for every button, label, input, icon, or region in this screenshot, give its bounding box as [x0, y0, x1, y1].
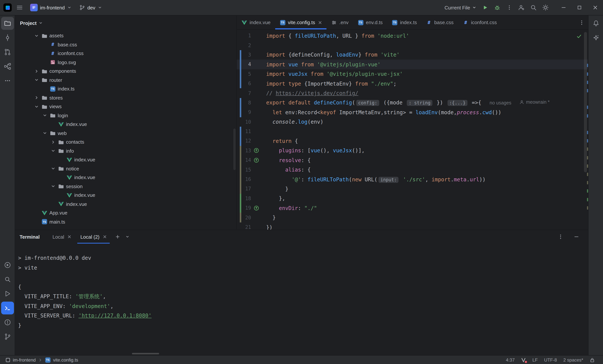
code-line[interactable]: 1import { fileURLToPath, URL } from 'nod…	[237, 31, 588, 41]
tool-stripe-notifications-button[interactable]	[590, 17, 602, 30]
editor-tab[interactable]: TSvite.config.ts	[275, 15, 326, 29]
breadcrumb-project[interactable]: im-frontend	[13, 357, 36, 363]
line-number[interactable]: 4	[241, 62, 251, 67]
tool-stripe-project-button[interactable]	[1, 17, 14, 30]
terminal-tab[interactable]: Local	[49, 230, 74, 244]
code-line[interactable]: 7// https://vitejs.dev/config/	[237, 88, 588, 98]
code-line[interactable]: 15 alias: {	[237, 165, 588, 175]
project-panel-header[interactable]: Project	[15, 15, 236, 31]
tree-item[interactable]: index.vue	[15, 200, 236, 209]
tree-item[interactable]: notice	[15, 164, 236, 173]
tool-stripe-more-button[interactable]	[1, 74, 14, 87]
line-number[interactable]: 2	[241, 42, 251, 48]
chevron-down-icon[interactable]	[34, 104, 40, 110]
line-number[interactable]: 21	[241, 224, 251, 230]
code-line[interactable]: 21})	[237, 223, 588, 230]
code-line[interactable]: 20 }	[237, 213, 588, 223]
tree-item[interactable]: TSindex.ts	[15, 84, 236, 93]
tree-item[interactable]: #iconfont.css	[15, 49, 236, 58]
chevron-down-icon[interactable]	[34, 33, 40, 39]
tree-item[interactable]: components	[15, 67, 236, 76]
tool-stripe-structure-button[interactable]	[1, 60, 14, 73]
tree-scrollbar[interactable]	[233, 129, 236, 170]
search-everywhere-button[interactable]	[528, 2, 539, 13]
tree-item[interactable]: session	[15, 182, 236, 191]
terminal-output[interactable]: > im-frontend@0.0.0 dev> vite{ VITE_APP_…	[15, 244, 588, 355]
code-line[interactable]: 3import {defineConfig, loadEnv} from 'vi…	[237, 50, 588, 60]
inspections-status-icon[interactable]	[576, 33, 582, 39]
tab-options-button[interactable]	[579, 15, 584, 29]
gutter-arrow-icon[interactable]	[253, 158, 260, 163]
line-number[interactable]: 11	[241, 129, 251, 134]
chevron-down-icon[interactable]	[50, 148, 56, 154]
tree-item[interactable]: web	[15, 129, 236, 138]
tree-item[interactable]: views	[15, 102, 236, 111]
code-with-me-button[interactable]	[516, 2, 527, 13]
terminal-tab-dropdown-button[interactable]	[123, 232, 132, 242]
code-vision-usages[interactable]: no usages	[489, 100, 511, 106]
line-number[interactable]: 15	[241, 167, 251, 173]
chevron-right-icon[interactable]	[50, 139, 56, 145]
tree-item[interactable]: App.vue	[15, 209, 236, 217]
line-number[interactable]: 16	[241, 176, 251, 182]
code-line[interactable]: 13 plugins: [vue(), vueJsx()],	[237, 146, 588, 155]
tree-item[interactable]: assets	[15, 31, 236, 40]
tree-item[interactable]: contacts	[15, 138, 236, 146]
chevron-down-icon[interactable]	[50, 166, 56, 172]
more-actions-button[interactable]	[504, 2, 515, 13]
line-number[interactable]: 9	[241, 109, 251, 115]
tree-item[interactable]: index.vue	[15, 120, 236, 129]
terminal-tab[interactable]: Local (2)	[78, 230, 110, 244]
debug-button[interactable]	[492, 2, 503, 13]
editor-tab[interactable]: TSenv.d.ts	[353, 15, 387, 29]
chevron-down-icon[interactable]	[42, 130, 48, 136]
settings-button[interactable]	[540, 2, 551, 13]
close-icon[interactable]	[318, 21, 322, 24]
hide-terminal-button[interactable]	[571, 232, 581, 242]
line-number[interactable]: 5	[241, 71, 251, 77]
breadcrumb-file[interactable]: vite.config.ts	[53, 357, 78, 363]
maximize-button[interactable]	[571, 0, 587, 15]
editor-scrollbar[interactable]	[584, 32, 587, 172]
code-line[interactable]: 5import vueJsx from '@vitejs/plugin-vue-…	[237, 69, 588, 79]
tool-stripe-version-control-button[interactable]	[1, 330, 14, 343]
close-icon[interactable]	[68, 235, 71, 239]
line-number[interactable]: 7	[241, 90, 251, 96]
tool-stripe-ai-assistant-button[interactable]	[590, 31, 602, 44]
code-line[interactable]: 9 let env:Record<keyof ImportMetaEnv,str…	[237, 107, 588, 117]
tree-item[interactable]: login	[15, 111, 236, 120]
project-widget[interactable]: IF im-frontend	[27, 2, 74, 13]
code-editor[interactable]: 1import { fileURLToPath, URL } from 'nod…	[237, 30, 588, 230]
tool-stripe-pull-requests-button[interactable]	[1, 46, 14, 59]
tree-item[interactable]: router	[15, 76, 236, 84]
editor-tab[interactable]: index.vue	[237, 15, 275, 29]
readonly-lock-icon[interactable]	[590, 357, 595, 363]
tree-item[interactable]: index.vue	[15, 173, 236, 182]
code-line[interactable]: 2	[237, 41, 588, 50]
tree-item[interactable]: stores	[15, 93, 236, 102]
tree-item[interactable]: TSmain.ts	[15, 217, 236, 226]
code-line[interactable]: 12 return {	[237, 136, 588, 146]
tree-item[interactable]: index.vue	[15, 155, 236, 164]
line-number[interactable]: 14	[241, 157, 251, 163]
code-vision-author[interactable]: meowrain *	[520, 100, 550, 105]
gutter-arrow-icon[interactable]	[253, 148, 260, 153]
minimize-button[interactable]	[556, 0, 571, 15]
vcs-branch-widget[interactable]: dev	[77, 3, 105, 12]
code-line[interactable]: 10 console.log(env)	[237, 117, 588, 127]
encoding-widget[interactable]: UTF-8	[544, 357, 557, 363]
code-line[interactable]: 19 envDir: "./"	[237, 203, 588, 213]
line-number[interactable]: 6	[241, 81, 251, 86]
code-line[interactable]: 17 }	[237, 184, 588, 194]
tool-stripe-run-button[interactable]	[1, 287, 14, 300]
line-number[interactable]: 13	[241, 148, 251, 153]
code-line[interactable]: 8export default defineConfig(config: ({m…	[237, 98, 588, 107]
editor-tab[interactable]: #base.css	[421, 15, 458, 29]
line-number[interactable]: 20	[241, 215, 251, 220]
code-line[interactable]: 11	[237, 127, 588, 136]
tree-item[interactable]: #base.css	[15, 40, 236, 49]
tree-item[interactable]: index.vue	[15, 191, 236, 200]
tool-stripe-commit-button[interactable]	[1, 31, 14, 44]
line-number[interactable]: 8	[241, 100, 251, 106]
code-line[interactable]: 14 resolve: {	[237, 155, 588, 165]
